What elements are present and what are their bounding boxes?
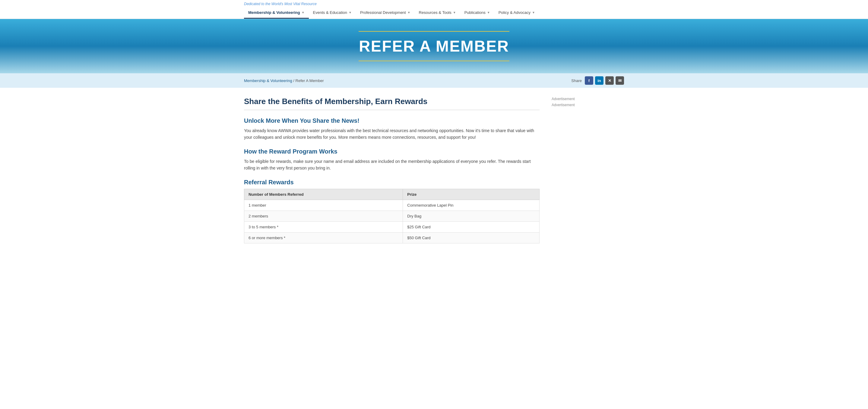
share-facebook-button[interactable]: f — [585, 76, 593, 85]
chevron-down-icon: ▼ — [487, 11, 490, 14]
nav-publications[interactable]: Publications ▼ — [460, 7, 494, 19]
breadcrumb-parent[interactable]: Membership & Volunteering — [244, 78, 292, 83]
nav-professional[interactable]: Professional Development ▼ — [356, 7, 415, 19]
chevron-down-icon: ▼ — [407, 11, 410, 14]
hero-line-bottom — [359, 61, 509, 61]
section2-title: How the Reward Program Works — [244, 148, 539, 155]
table-row: 2 membersDry Bag — [244, 211, 539, 221]
table-cell: Dry Bag — [403, 211, 539, 221]
table-cell: 1 member — [244, 200, 403, 211]
page-title: Share the Benefits of Membership, Earn R… — [244, 97, 539, 106]
main-content: Share the Benefits of Membership, Earn R… — [238, 88, 630, 252]
nav-bar: Membership & Volunteering ▼ Events & Edu… — [244, 7, 624, 19]
chevron-down-icon: ▼ — [349, 11, 352, 14]
nav-events[interactable]: Events & Education ▼ — [309, 7, 356, 19]
ad-label-2: Advertisement — [552, 103, 612, 107]
section1-body: You already know AWWA provides water pro… — [244, 127, 539, 141]
chevron-down-icon: ▼ — [453, 11, 456, 14]
table-row: 3 to 5 members *$25 Gift Card — [244, 221, 539, 232]
ad-label-1: Advertisement — [552, 97, 612, 101]
chevron-down-icon: ▼ — [302, 11, 305, 14]
table-cell: 6 or more members * — [244, 232, 403, 243]
hero-banner: REFER A MEMBER — [0, 19, 868, 73]
breadcrumb-current: Refer A Member — [296, 78, 324, 83]
table-cell: 3 to 5 members * — [244, 221, 403, 232]
content-area: Share the Benefits of Membership, Earn R… — [244, 97, 539, 243]
section2-body: To be eligible for rewards, make sure yo… — [244, 158, 539, 171]
section1-title: Unlock More When You Share the News! — [244, 117, 539, 124]
table-cell: 2 members — [244, 211, 403, 221]
nav-membership[interactable]: Membership & Volunteering ▼ — [244, 7, 309, 19]
tagline: Dedicated to the World's Most Vital Reso… — [244, 2, 624, 6]
table-cell: Commemorative Lapel Pin — [403, 200, 539, 211]
section3-title: Referral Rewards — [244, 179, 539, 186]
table-cell: $25 Gift Card — [403, 221, 539, 232]
table-cell: $50 Gift Card — [403, 232, 539, 243]
table-header-prize: Prize — [403, 189, 539, 200]
nav-policy[interactable]: Policy & Advocacy ▼ — [494, 7, 539, 19]
share-email-button[interactable]: ✉ — [616, 76, 624, 85]
breadcrumb-separator: / — [293, 78, 295, 83]
hero-line-top — [359, 31, 509, 32]
share-twitter-button[interactable]: ✕ — [605, 76, 614, 85]
share-bar: Share f in ✕ ✉ — [571, 76, 624, 85]
breadcrumb-bar: Membership & Volunteering / Refer A Memb… — [0, 73, 868, 88]
top-bar: Dedicated to the World's Most Vital Reso… — [0, 0, 868, 19]
chevron-down-icon: ▼ — [532, 11, 535, 14]
breadcrumb: Membership & Volunteering / Refer A Memb… — [244, 78, 324, 83]
hero-title: REFER A MEMBER — [6, 37, 862, 55]
share-linkedin-button[interactable]: in — [595, 76, 603, 85]
table-row: 6 or more members *$50 Gift Card — [244, 232, 539, 243]
rewards-table: Number of Members Referred Prize 1 membe… — [244, 189, 539, 243]
nav-resources[interactable]: Resources & Tools ▼ — [415, 7, 460, 19]
table-row: 1 memberCommemorative Lapel Pin — [244, 200, 539, 211]
share-label: Share — [571, 78, 582, 83]
sidebar: Advertisement Advertisement — [552, 97, 612, 243]
table-header-members: Number of Members Referred — [244, 189, 403, 200]
title-divider — [244, 110, 539, 110]
